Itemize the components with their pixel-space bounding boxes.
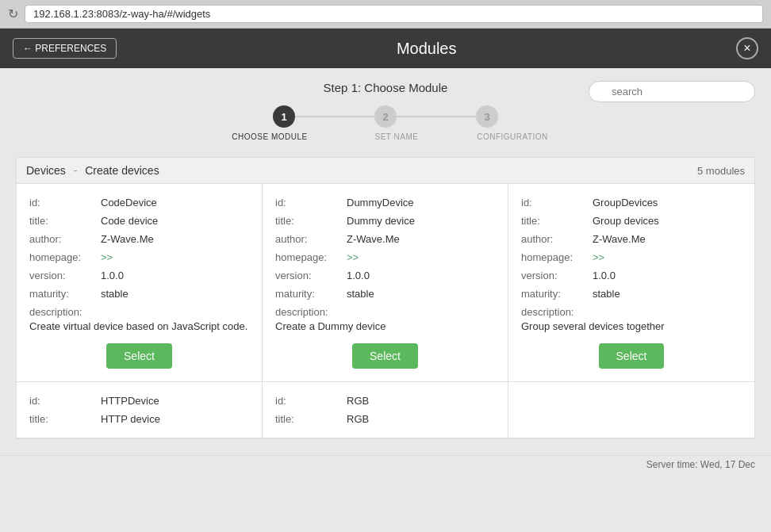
module-cell-groupdevices: id: GroupDevices title: Group devices au… [508,184,754,382]
step-connector-2 [397,116,476,117]
step-connector-1 [295,116,374,117]
app-title: Modules [397,40,457,58]
module-row-id: id: CodeDevice [29,197,249,209]
main-content: Devices - Create devices 5 modules id: C… [0,157,771,455]
step-2-circle[interactable]: 2 [374,105,397,128]
step-2-label: SET NAME [357,132,436,141]
select-button-dummydevice[interactable]: Select [352,343,418,369]
select-button-codedevice[interactable]: Select [106,343,172,369]
homepage-link[interactable]: >> [101,251,113,263]
browser-chrome: ↻ 192.168.1.23:8083/z-way-ha/#/widgets [0,0,771,29]
step-title: Step 1: Choose Module [324,81,448,94]
step-1-circle[interactable]: 1 [273,105,295,128]
homepage-link-group[interactable]: >> [593,251,604,263]
select-button-groupdevices[interactable]: Select [599,343,665,369]
preferences-button[interactable]: ← PREFERENCES [13,38,117,59]
module-row-version: version: 1.0.0 [29,270,249,281]
module-cell-codedevice: id: CodeDevice title: Code device author… [17,184,263,382]
reload-icon[interactable]: ↻ [8,6,18,21]
search-input[interactable] [589,81,755,102]
module-row-title: title: Code device [29,215,249,227]
server-time: Server time: Wed, 17 Dec [646,459,755,470]
module-row-homepage: homepage: >> [29,251,249,263]
module-row-author: author: Z-Wave.Me [29,233,249,245]
steps-row: 1 2 3 [273,105,498,128]
module-cell-rgb: id: RGB title: RGB [263,382,508,438]
search-area: 🔍 [589,81,755,102]
module-cell-dummydevice: id: DummyDevice title: Dummy device auth… [263,184,508,382]
select-btn-wrapper: Select [29,343,249,369]
module-row-maturity: maturity: stable [29,288,249,300]
step-labels: CHOOSE MODULE SET NAME CONFIGURATION [219,132,552,141]
section-header: Devices - Create devices 5 modules [16,157,755,183]
preferences-label: ← PREFERENCES [23,43,106,54]
address-bar[interactable]: 192.168.1.23:8083/z-way-ha/#/widgets [25,5,763,23]
step-1-label: CHOOSE MODULE [219,132,320,141]
section-count: 5 modules [697,165,745,177]
close-button[interactable]: × [736,37,758,59]
search-wrapper: 🔍 [589,81,755,102]
status-bar: Server time: Wed, 17 Dec [0,455,771,473]
module-cell-empty [508,382,754,438]
module-grid: id: CodeDevice title: Code device author… [16,183,755,439]
app-header: ← PREFERENCES Modules × [0,29,771,68]
module-cell-httpdevice: id: HTTPDevice title: HTTP device [17,382,263,438]
step-3-circle[interactable]: 3 [476,105,498,128]
description-block: description: Create virtual device based… [29,306,249,334]
step-3-label: CONFIGURATION [473,132,552,141]
section-title: Devices - Create devices [26,164,159,177]
step-area: Step 1: Choose Module 1 2 3 CHOOSE MODUL… [0,68,771,154]
homepage-link-dummy[interactable]: >> [347,251,359,263]
